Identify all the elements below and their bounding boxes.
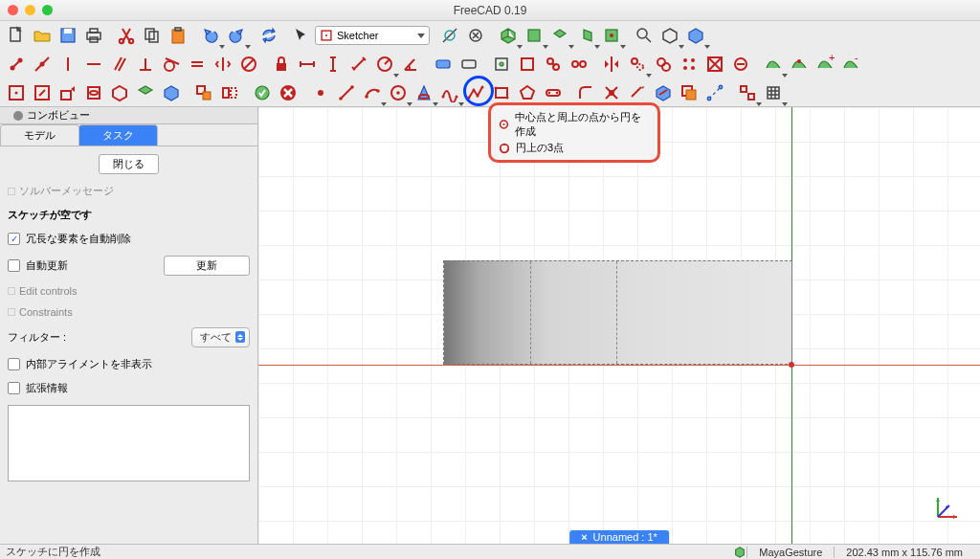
bspline-icon[interactable] — [437, 80, 462, 105]
auto-update-checkbox[interactable] — [8, 259, 20, 272]
hide-internal-checkbox[interactable] — [8, 358, 20, 370]
angle-constraint-icon[interactable] — [398, 52, 423, 77]
edit-controls-section[interactable]: Edit controls — [8, 285, 250, 297]
rear-view-icon[interactable] — [599, 23, 624, 48]
point-icon[interactable] — [308, 80, 333, 105]
edit-sketch-icon[interactable] — [30, 80, 55, 105]
circle-3pt-option[interactable]: 円上の3点 — [499, 140, 650, 156]
update-button[interactable]: 更新 — [164, 256, 250, 276]
new-file-icon[interactable] — [4, 23, 29, 48]
virtual-space-icon[interactable] — [735, 80, 760, 105]
tangent-constraint-icon[interactable] — [159, 52, 184, 77]
fillet-icon[interactable] — [573, 80, 598, 105]
construction-mode-icon[interactable] — [702, 80, 727, 105]
refresh-icon[interactable] — [256, 23, 281, 48]
mirror2-icon[interactable] — [217, 80, 242, 105]
carbon-copy-icon[interactable] — [677, 80, 702, 105]
draw-style-icon[interactable] — [683, 23, 708, 48]
nav-style-label[interactable]: MayaGesture — [746, 547, 834, 558]
polygon-icon[interactable] — [515, 80, 540, 105]
document-tab[interactable]: × Unnamed : 1* — [569, 530, 669, 544]
line-icon[interactable] — [334, 80, 359, 105]
tab-model[interactable]: モデル — [0, 124, 79, 145]
save-file-icon[interactable] — [56, 23, 80, 48]
select-associated-icon[interactable] — [515, 52, 540, 77]
zoom-fit-icon[interactable] — [632, 23, 657, 48]
vertical-constraint-icon[interactable] — [56, 52, 80, 77]
solver-section[interactable]: ソルバーメッセージ — [8, 184, 250, 198]
bspline-knot-icon[interactable] — [787, 52, 812, 77]
wireframe-icon[interactable] — [657, 23, 682, 48]
map-sketch-icon[interactable] — [107, 80, 132, 105]
constraints-section[interactable]: Constraints — [8, 306, 250, 318]
circle-center-option[interactable]: 中心点と周上の点から円を作成 — [499, 109, 650, 140]
coincident-constraint-icon[interactable] — [4, 52, 29, 77]
reorient-icon[interactable] — [133, 80, 158, 105]
conic-icon[interactable] — [412, 80, 436, 105]
workbench-selector[interactable]: Sketcher — [315, 26, 430, 45]
close-button[interactable]: 閉じる — [99, 154, 159, 174]
delete-all-constraints-icon[interactable] — [728, 52, 753, 77]
perpendicular-constraint-icon[interactable] — [133, 52, 158, 77]
front-view-icon[interactable] — [522, 23, 546, 48]
measure-clear-icon[interactable] — [463, 23, 488, 48]
print-icon[interactable] — [81, 23, 106, 48]
close-window-icon[interactable] — [8, 5, 18, 15]
viewport-3d[interactable]: × Unnamed : 1* — [258, 107, 980, 544]
radius-constraint-icon[interactable] — [372, 52, 397, 77]
horizontal-distance-icon[interactable] — [295, 52, 320, 77]
redo-icon[interactable] — [224, 23, 249, 48]
paste-icon[interactable] — [166, 23, 190, 48]
show-hide-bsp-icon[interactable] — [567, 52, 591, 77]
point-on-object-icon[interactable] — [30, 52, 55, 77]
delete-all-geom-icon[interactable] — [702, 52, 727, 77]
close-doc-icon[interactable]: × — [581, 531, 587, 543]
grid-icon[interactable] — [761, 80, 786, 105]
minimize-window-icon[interactable] — [25, 5, 35, 15]
leave-sketch-icon[interactable] — [56, 80, 80, 105]
zoom-window-icon[interactable] — [42, 5, 53, 15]
trim-icon[interactable] — [599, 80, 624, 105]
arc-icon[interactable] — [360, 80, 385, 105]
cut-icon[interactable] — [114, 23, 139, 48]
mirror-sketch-icon[interactable] — [599, 52, 624, 77]
close-shape-icon[interactable] — [250, 80, 275, 105]
tab-task[interactable]: タスク — [78, 124, 158, 145]
bspline-incr-icon[interactable]: + — [813, 52, 837, 77]
open-file-icon[interactable] — [30, 23, 55, 48]
parallel-constraint-icon[interactable] — [107, 52, 132, 77]
equal-constraint-icon[interactable] — [185, 52, 210, 77]
constraints-list[interactable] — [8, 405, 250, 481]
slot-icon[interactable] — [541, 80, 566, 105]
external-geom-icon[interactable] — [651, 80, 676, 105]
select-unconstrained-icon[interactable] — [489, 52, 514, 77]
show-hide-geom-icon[interactable] — [541, 52, 566, 77]
filter-select[interactable]: すべて — [191, 327, 250, 347]
measure-linear-icon[interactable] — [437, 23, 462, 48]
merge-sketch-icon[interactable] — [191, 80, 216, 105]
horizontal-constraint-icon[interactable] — [81, 52, 106, 77]
block-constraint-icon[interactable] — [236, 52, 261, 77]
bspline-degree-icon[interactable] — [761, 52, 786, 77]
lock-constraint-icon[interactable] — [269, 52, 294, 77]
rectangle-icon[interactable] — [489, 80, 514, 105]
polyline-icon[interactable] — [463, 80, 488, 105]
activate-constraint-icon[interactable] — [457, 52, 481, 77]
symmetric-constraint-icon[interactable] — [211, 52, 235, 77]
iso-view-icon[interactable] — [496, 23, 521, 48]
auto-remove-checkbox[interactable]: ✓ — [8, 233, 20, 245]
clone-icon[interactable] — [625, 52, 650, 77]
distance-constraint-icon[interactable] — [346, 52, 371, 77]
toggle-driving-icon[interactable] — [431, 52, 456, 77]
stop-op-icon[interactable] — [276, 80, 301, 105]
rect-array-icon[interactable] — [677, 52, 702, 77]
nav-cube-icon[interactable] — [733, 546, 746, 559]
new-sketch-icon[interactable] — [4, 80, 29, 105]
undo-icon[interactable] — [198, 23, 223, 48]
ext-info-checkbox[interactable] — [8, 382, 20, 394]
validate-icon[interactable] — [159, 80, 184, 105]
copy-sketch-icon[interactable] — [651, 52, 676, 77]
right-view-icon[interactable] — [573, 23, 598, 48]
extend-icon[interactable] — [625, 80, 650, 105]
copy-icon[interactable] — [140, 23, 165, 48]
